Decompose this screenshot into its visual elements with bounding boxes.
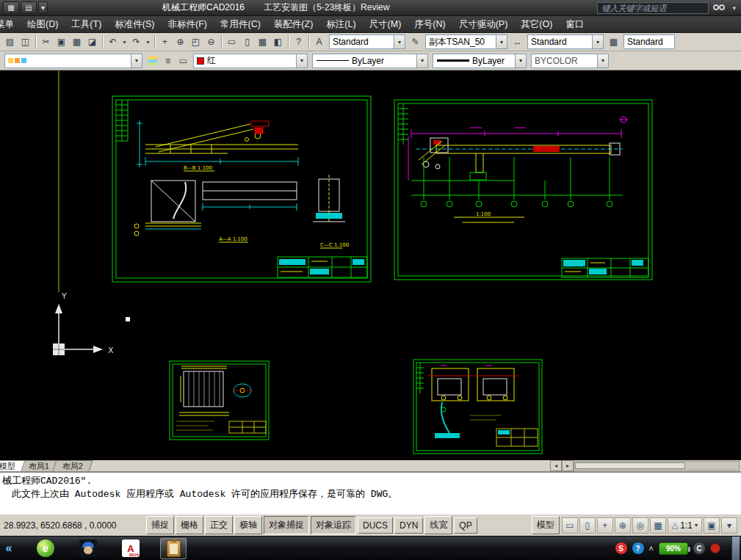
lineweight-combo[interactable]: ByLayer ▾ — [433, 54, 527, 68]
menu-item-dimension[interactable]: 尺寸(M) — [363, 16, 408, 33]
redo-dropdown-icon[interactable]: ▾ — [144, 34, 152, 50]
annotation-scale-dropdown-icon[interactable]: ▾ — [695, 522, 698, 528]
model-space-button[interactable]: 模型 — [532, 516, 560, 534]
match-properties-button[interactable]: ◪ — [84, 34, 100, 50]
menu-item-dim-drive[interactable]: 尺寸驱动(P) — [452, 16, 515, 33]
table-button[interactable]: ▦ — [255, 34, 270, 50]
toggle-ducs[interactable]: DUCS — [358, 517, 393, 534]
undo-button[interactable]: ↶ — [105, 34, 120, 50]
tray-alert-icon[interactable] — [710, 543, 720, 553]
layer-combo[interactable]: ▾ — [4, 54, 142, 68]
tab-layout2[interactable]: 布局2 — [53, 460, 93, 471]
text-style-button[interactable]: A — [311, 34, 327, 50]
zoom-tool-icon[interactable]: ⊕ — [615, 517, 631, 534]
menu-item-annotate[interactable]: 标注(L) — [319, 16, 362, 33]
pan-tool-icon[interactable]: + — [597, 517, 613, 534]
taskbar-item-clipboard[interactable] — [160, 538, 187, 559]
drawing-canvas[interactable]: Y X B—B 1:100 — [0, 70, 741, 460]
qat-dropdown-icon[interactable]: ▾ — [38, 1, 48, 14]
toggle-quick-properties[interactable]: QP — [454, 517, 477, 534]
taskbar-item-start[interactable]: « — [1, 538, 16, 559]
edit-style-button[interactable]: ✎ — [408, 34, 423, 50]
preview-button[interactable]: ◫ — [18, 34, 33, 50]
menu-item-nonstandard-parts[interactable]: 非标件(F) — [162, 16, 214, 33]
search-icon[interactable] — [712, 2, 726, 13]
tab-model[interactable]: 模型 — [0, 460, 25, 471]
taskbar-item-engineer-app[interactable] — [75, 538, 101, 559]
combo-dropdown-icon[interactable]: ▾ — [131, 54, 142, 68]
quick-view-drawings-icon[interactable]: ▯ — [579, 517, 596, 534]
quick-view-layouts-icon[interactable]: ▭ — [562, 517, 578, 534]
show-desktop-button[interactable] — [731, 537, 740, 560]
dim-style-combo[interactable]: Standard ▾ — [527, 34, 604, 49]
tab-scroll-left-icon[interactable]: ◂ — [550, 460, 562, 471]
annotation-visibility-icon[interactable]: ▣ — [704, 517, 720, 534]
menu-item-draw[interactable]: 绘图(D) — [21, 16, 65, 33]
table-style-button[interactable]: ▦ — [606, 34, 621, 50]
showmotion-icon[interactable]: ▦ — [650, 517, 666, 534]
text-style-combo[interactable]: Standard ▾ — [329, 34, 405, 49]
print-icon[interactable]: ▤ — [21, 1, 37, 14]
layer-states-button[interactable]: ≡ — [160, 53, 176, 68]
dim-style-button[interactable]: ↔ — [510, 34, 525, 50]
properties-button[interactable]: ◧ — [270, 34, 286, 50]
layer-previous-button[interactable]: ▭ — [176, 53, 191, 68]
combo-dropdown-icon[interactable]: ▾ — [296, 54, 307, 68]
taskbar-item-cad[interactable]: A2016 — [118, 538, 144, 559]
app-menu-icon[interactable]: ▩ — [3, 1, 19, 14]
coordinates-readout[interactable]: 28.9923, 6520.6868 , 0.0000 — [1, 520, 145, 531]
menu-item-balloon[interactable]: 序号(N) — [408, 16, 452, 33]
tray-expand-icon[interactable]: ˄ — [649, 544, 654, 553]
tab-scroll-right-icon[interactable]: ▸ — [562, 460, 574, 471]
toggle-osnap[interactable]: 对象捕捉 — [264, 516, 309, 534]
toggle-ortho[interactable]: 正交 — [205, 516, 233, 534]
scrollbar-thumb[interactable] — [575, 462, 685, 469]
paste-button[interactable]: ▦ — [69, 34, 84, 50]
redo-button[interactable]: ↷ — [129, 34, 144, 50]
tray-help-icon[interactable]: ? — [632, 542, 644, 554]
toggle-polar[interactable]: 极轴 — [234, 516, 262, 534]
toggle-lineweight[interactable]: 线宽 — [424, 516, 452, 534]
toggle-grid[interactable]: 栅格 — [176, 516, 203, 534]
command-line-area[interactable]: 械工程师CAD2016". 此文件上次由 Autodesk 应用程序或 Auto… — [0, 472, 741, 514]
menu-item-tools[interactable]: 工具(T) — [65, 16, 108, 33]
print-button[interactable]: ▤ — [2, 34, 18, 50]
copy-button[interactable]: ▣ — [54, 34, 69, 50]
combo-dropdown-icon[interactable]: ▾ — [597, 54, 608, 68]
annotation-scale-control[interactable]: △ 1:1 ▾ — [668, 517, 702, 534]
menu-item-standard-parts[interactable]: 标准件(S) — [108, 16, 161, 33]
tray-clock-icon[interactable]: C — [693, 542, 705, 554]
menu-item-other[interactable]: 其它(O) — [514, 16, 559, 33]
sheet-button[interactable]: ▭ — [224, 34, 239, 50]
taskbar-item-browser[interactable]: e — [32, 538, 59, 559]
table-style-combo[interactable]: Standard — [623, 34, 675, 49]
sheet-set-button[interactable]: ▯ — [239, 34, 255, 50]
battery-indicator[interactable]: 90% — [659, 542, 688, 555]
combo-dropdown-icon[interactable]: ▾ — [515, 54, 526, 68]
font-style-combo[interactable]: 副本TSAN_50 ▾ — [425, 34, 507, 49]
toggle-otrack[interactable]: 对象追踪 — [311, 516, 356, 534]
menu-item-window[interactable]: 窗口 — [559, 16, 590, 33]
undo-dropdown-icon[interactable]: ▾ — [120, 34, 129, 50]
horizontal-scrollbar[interactable] — [574, 461, 740, 470]
menu-item-common-parts[interactable]: 常用件(C) — [214, 16, 267, 33]
titlebar-dropdown-icon[interactable]: ▾ — [730, 4, 738, 12]
cut-button[interactable]: ✂ — [38, 34, 54, 50]
combo-dropdown-icon[interactable]: ▾ — [416, 54, 427, 68]
help-button[interactable]: ? — [291, 34, 306, 50]
menu-item-assembly[interactable]: 装配件(Z) — [267, 16, 319, 33]
color-combo[interactable]: 红 ▾ — [193, 54, 308, 68]
combo-dropdown-icon[interactable]: ▾ — [496, 35, 507, 48]
toggle-dyn[interactable]: DYN — [394, 517, 423, 534]
zoom-window-button[interactable]: ◰ — [188, 34, 203, 50]
combo-dropdown-icon[interactable]: ▾ — [592, 35, 603, 48]
toggle-snap[interactable]: 捕捉 — [146, 516, 174, 534]
steering-wheel-icon[interactable]: ◎ — [632, 517, 648, 534]
combo-dropdown-icon[interactable]: ▾ — [394, 35, 405, 48]
status-menu-icon[interactable]: ▾ — [721, 517, 737, 534]
zoom-realtime-button[interactable]: ⊕ — [173, 34, 188, 50]
plotstyle-combo[interactable]: BYCOLOR ▾ — [531, 54, 609, 68]
menu-item-caidan[interactable]: 菜单 — [0, 16, 21, 33]
linetype-combo[interactable]: ByLayer ▾ — [312, 54, 428, 68]
tray-input-method-icon[interactable]: S — [615, 542, 627, 554]
